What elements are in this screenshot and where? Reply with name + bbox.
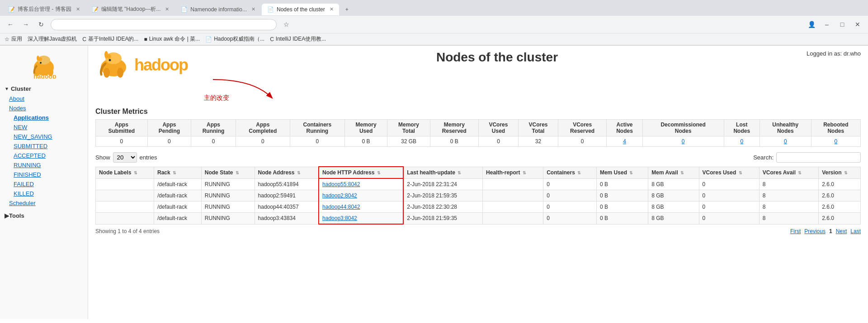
sidebar-new-link[interactable]: NEW xyxy=(5,122,88,132)
metric-val-apps-submitted: 0 xyxy=(96,136,148,147)
col-header-node-state[interactable]: Node State ⇅ xyxy=(201,167,255,178)
sidebar-accepted-link[interactable]: ACCEPTED xyxy=(5,151,88,160)
tab-3[interactable]: 📄 Namenode informatio... ✕ xyxy=(175,4,261,15)
metric-header-containers-running: ContainersRunning xyxy=(290,120,344,136)
cell-state-2: RUNNING xyxy=(201,201,255,213)
cell-containers-0: 0 xyxy=(543,178,597,190)
lost-nodes-link[interactable]: 0 xyxy=(740,138,743,145)
http-link-3[interactable]: hadoop3:8042 xyxy=(322,215,357,221)
col-header-rack[interactable]: Rack ⇅ xyxy=(154,167,201,178)
bookmark-4[interactable]: 📄 Hadoop权威指南（... xyxy=(205,35,264,43)
svg-point-14 xyxy=(109,59,111,61)
next-page-link[interactable]: Next xyxy=(836,228,847,234)
col-header-node-labels[interactable]: Node Labels ⇅ xyxy=(96,167,154,178)
cell-containers-2: 0 xyxy=(543,201,597,213)
hadoop-text-logo: hadoop xyxy=(134,56,188,75)
unhealthy-nodes-link[interactable]: 0 xyxy=(784,138,787,145)
forward-button[interactable]: → xyxy=(20,19,32,30)
sidebar-applications-link[interactable]: Applications xyxy=(5,113,88,122)
sidebar-finished-link[interactable]: FINISHED xyxy=(5,170,88,179)
bookmark-5[interactable]: C IntelliJ IDEA使用教... xyxy=(270,35,326,43)
col-header-node-address[interactable]: Node Address ⇅ xyxy=(255,167,319,178)
col-header-mem-avail[interactable]: Mem Avail ⇅ xyxy=(648,167,699,178)
entries-select[interactable]: 20 50 100 xyxy=(113,152,137,163)
cell-report-3 xyxy=(483,213,543,225)
bookmark-apps[interactable]: ☆ 应用 xyxy=(5,35,22,43)
nav-bar: ← → ↻ 192.168.11.14:8088/cluster/nodes ☆… xyxy=(0,16,868,33)
col-header-vcores-avail[interactable]: VCores Avail ⇅ xyxy=(759,167,818,178)
sidebar-killed-link[interactable]: KILLED xyxy=(5,189,88,198)
last-page-link[interactable]: Last xyxy=(850,228,861,234)
http-link-2[interactable]: hadoop44:8042 xyxy=(322,204,360,210)
new-tab-button[interactable]: + xyxy=(340,4,354,15)
col-header-last-health[interactable]: Last health-update ⇅ xyxy=(403,167,482,178)
close-tab-1[interactable]: ✕ xyxy=(76,6,80,12)
metric-header-decommissioned-nodes: DecommissionedNodes xyxy=(642,120,724,136)
tab-4[interactable]: 📄 Nodes of the cluster ✕ xyxy=(262,4,339,15)
col-header-version[interactable]: Version ⇅ xyxy=(819,167,861,178)
first-page-link[interactable]: First xyxy=(790,228,801,234)
sidebar-nodes-link[interactable]: Nodes xyxy=(0,103,88,113)
cell-http-2[interactable]: hadoop44:8042 xyxy=(319,201,403,213)
previous-page-link[interactable]: Previous xyxy=(804,228,826,234)
profile-button[interactable]: 👤 xyxy=(806,19,817,30)
sort-vcores-avail-icon: ⇅ xyxy=(798,171,802,175)
cell-mem-avail-3: 8 GB xyxy=(648,213,699,225)
metric-val-lost-nodes[interactable]: 0 xyxy=(724,136,760,147)
cell-vcores-avail-1: 8 xyxy=(759,190,818,201)
sidebar-submitted-link[interactable]: SUBMITTED xyxy=(5,141,88,151)
nodes-table: Node Labels ⇅ Rack ⇅ Node State ⇅ Node A… xyxy=(95,166,861,225)
col-header-vcores-used[interactable]: VCores Used ⇅ xyxy=(699,167,759,178)
reload-button[interactable]: ↻ xyxy=(35,19,47,30)
bookmark-2[interactable]: C 基于IntelliJ IDEA的... xyxy=(82,35,138,43)
tab-favicon-4: 📄 xyxy=(267,6,274,13)
metric-val-decommissioned-nodes[interactable]: 0 xyxy=(642,136,724,147)
sidebar-failed-link[interactable]: FAILED xyxy=(5,179,88,189)
metric-val-unhealthy-nodes[interactable]: 0 xyxy=(760,136,811,147)
metric-header-memory-used: MemoryUsed xyxy=(344,120,387,136)
tab-1[interactable]: 📝 博客后台管理 - 博客园 ✕ xyxy=(3,3,85,16)
bookmark-3[interactable]: ■ Linux awk 命令 | 菜... xyxy=(144,35,200,43)
sidebar-tools-header[interactable]: ▶ Tools xyxy=(0,211,88,221)
active-nodes-link[interactable]: 4 xyxy=(623,138,626,145)
http-link-0[interactable]: hadoop55:8042 xyxy=(322,181,360,187)
tab-2[interactable]: 📝 编辑随笔 "Hadoop---析... ✕ xyxy=(86,3,175,16)
address-bar[interactable]: 192.168.11.14:8088/cluster/nodes xyxy=(51,19,277,30)
col-header-mem-used[interactable]: Mem Used ⇅ xyxy=(596,167,648,178)
sidebar-running-link[interactable]: RUNNING xyxy=(5,160,88,170)
close-button[interactable]: ✕ xyxy=(852,19,863,30)
bookmark-1[interactable]: 深入理解Java虚拟机 xyxy=(28,35,77,43)
cell-http-3[interactable]: hadoop3:8042 xyxy=(319,213,403,225)
sidebar-new-saving-link[interactable]: NEW_SAVING xyxy=(5,132,88,141)
sort-health-icon: ⇅ xyxy=(458,171,461,175)
close-tab-3[interactable]: ✕ xyxy=(251,6,255,12)
close-tab-4[interactable]: ✕ xyxy=(330,6,334,12)
cell-http-0[interactable]: hadoop55:8042 xyxy=(319,178,403,190)
decommissioned-nodes-link[interactable]: 0 xyxy=(682,138,685,145)
cell-http-1[interactable]: hadoop2:8042 xyxy=(319,190,403,201)
sidebar-cluster-header[interactable]: ▼ Cluster xyxy=(0,84,88,94)
minimize-button[interactable]: – xyxy=(821,19,833,30)
metric-val-active-nodes[interactable]: 4 xyxy=(607,136,642,147)
sort-rack-icon: ⇅ xyxy=(173,171,176,175)
maximize-button[interactable]: □ xyxy=(836,19,848,30)
col-header-containers[interactable]: Containers ⇅ xyxy=(543,167,597,178)
sort-state-icon: ⇅ xyxy=(236,171,239,175)
bookmark-button[interactable]: ☆ xyxy=(280,19,292,30)
sidebar-about-link[interactable]: About xyxy=(0,94,88,103)
col-header-http-address[interactable]: Node HTTP Address ⇅ xyxy=(319,167,403,178)
close-tab-2[interactable]: ✕ xyxy=(165,6,169,12)
http-link-1[interactable]: hadoop2:8042 xyxy=(322,192,357,199)
sidebar-scheduler-link[interactable]: Scheduler xyxy=(0,198,88,208)
page-title-area: Nodes of the cluster xyxy=(188,50,807,65)
back-button[interactable]: ← xyxy=(5,19,16,30)
table-row: /default-rack RUNNING hadoop55:41894 had… xyxy=(96,178,861,190)
search-area: Search: xyxy=(753,152,861,163)
metric-val-rebooted-nodes[interactable]: 0 xyxy=(811,136,860,147)
search-input[interactable] xyxy=(776,152,861,163)
cell-report-2 xyxy=(483,201,543,213)
rebooted-nodes-link[interactable]: 0 xyxy=(834,138,837,145)
metric-val-apps-pending: 0 xyxy=(147,136,191,147)
sort-vcores-used-icon: ⇅ xyxy=(739,171,742,175)
col-header-health-report[interactable]: Health-report ⇅ xyxy=(483,167,543,178)
